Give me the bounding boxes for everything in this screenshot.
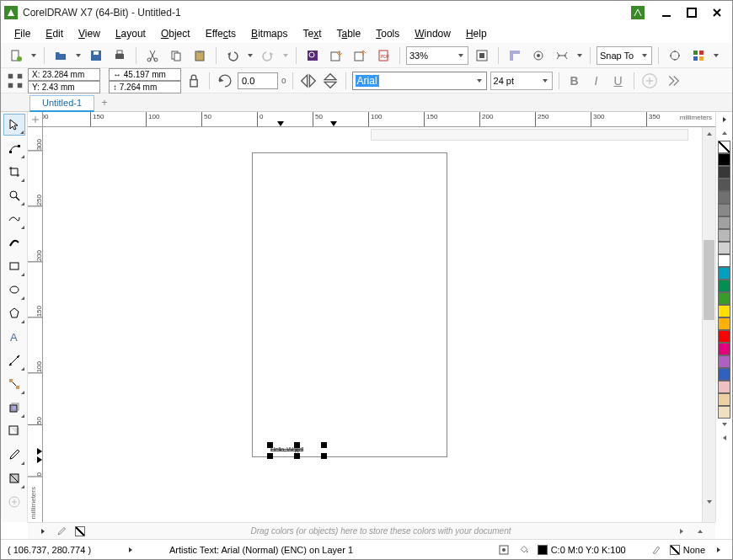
show-guidelines-button[interactable] bbox=[552, 45, 572, 66]
rectangle-tool[interactable] bbox=[3, 255, 25, 277]
color-swatch[interactable] bbox=[718, 191, 730, 204]
publish-pdf-button[interactable]: PDF bbox=[373, 45, 393, 66]
redo-dropdown[interactable] bbox=[281, 52, 290, 59]
color-swatch[interactable] bbox=[718, 179, 730, 191]
pick-tool[interactable] bbox=[3, 114, 25, 136]
palette-expand-button[interactable] bbox=[719, 432, 730, 444]
scroll-thumb[interactable] bbox=[704, 240, 714, 320]
palette-scroll-down[interactable] bbox=[719, 419, 730, 430]
fullscreen-preview-button[interactable] bbox=[472, 45, 492, 66]
quick-customize-button[interactable] bbox=[3, 491, 25, 513]
zoom-combo[interactable]: 33% bbox=[406, 46, 468, 65]
import-button[interactable] bbox=[326, 45, 346, 66]
italic-button[interactable]: I bbox=[587, 72, 606, 90]
color-swatch[interactable] bbox=[718, 355, 730, 368]
new-button[interactable] bbox=[6, 45, 26, 66]
vertical-scrollbar[interactable] bbox=[702, 127, 715, 522]
selection-handle[interactable] bbox=[321, 442, 327, 448]
lock-ratio-button[interactable] bbox=[185, 72, 203, 90]
guidelines-dropdown[interactable] bbox=[575, 52, 584, 59]
transparency-tool[interactable] bbox=[3, 420, 25, 442]
connector-tool[interactable] bbox=[3, 373, 25, 395]
menu-window[interactable]: Window bbox=[408, 26, 457, 41]
color-swatch[interactable] bbox=[718, 368, 730, 381]
ellipse-tool[interactable] bbox=[3, 279, 25, 301]
snap-combo[interactable]: Snap To bbox=[597, 46, 652, 65]
outline-icon[interactable] bbox=[650, 543, 663, 557]
menu-layout[interactable]: Layout bbox=[109, 26, 152, 41]
dimension-tool[interactable] bbox=[3, 349, 25, 371]
height-field[interactable]: ↕ 7.264 mm bbox=[109, 81, 181, 93]
color-swatch[interactable] bbox=[718, 343, 730, 355]
add-tab-button[interactable]: + bbox=[98, 96, 111, 109]
color-swatch[interactable] bbox=[718, 216, 730, 229]
menu-tools[interactable]: Tools bbox=[369, 26, 406, 41]
close-button[interactable] bbox=[705, 4, 729, 21]
menu-text[interactable]: Text bbox=[296, 26, 328, 41]
crop-tool[interactable] bbox=[3, 161, 25, 183]
print-button[interactable] bbox=[110, 45, 130, 66]
save-button[interactable] bbox=[86, 45, 106, 66]
color-swatch[interactable] bbox=[718, 280, 730, 292]
color-swatch[interactable] bbox=[718, 292, 730, 305]
freehand-tool[interactable] bbox=[3, 208, 25, 230]
mirror-vertical-button[interactable] bbox=[321, 72, 340, 90]
menu-edit[interactable]: Edit bbox=[39, 26, 70, 41]
no-color-swatch[interactable] bbox=[73, 525, 87, 538]
open-dropdown[interactable] bbox=[74, 52, 83, 59]
cut-button[interactable] bbox=[142, 45, 163, 66]
copy-button[interactable] bbox=[166, 45, 186, 66]
width-field[interactable]: ↔ 45.197 mm bbox=[109, 68, 181, 81]
outline-swatch[interactable] bbox=[670, 545, 680, 555]
eyedropper-tool[interactable] bbox=[3, 444, 25, 466]
ruler-origin[interactable] bbox=[28, 112, 43, 127]
maximize-button[interactable] bbox=[680, 4, 704, 21]
palette-scroll-up[interactable] bbox=[719, 127, 730, 139]
overflow-button[interactable] bbox=[662, 72, 681, 90]
color-swatch[interactable] bbox=[718, 153, 730, 166]
menu-file[interactable]: File bbox=[8, 26, 37, 41]
undo-button[interactable] bbox=[222, 45, 243, 66]
new-dropdown[interactable] bbox=[29, 52, 38, 59]
menu-table[interactable]: Table bbox=[330, 26, 368, 41]
palette-menu-button[interactable] bbox=[719, 114, 730, 125]
shape-tool[interactable] bbox=[3, 137, 25, 159]
launcher-dropdown[interactable] bbox=[712, 52, 720, 59]
menu-effects[interactable]: Effects bbox=[199, 26, 243, 41]
mirror-horizontal-button[interactable] bbox=[299, 72, 318, 90]
horizontal-ruler[interactable]: millimeters 2001501005005010015020025030… bbox=[43, 112, 715, 127]
color-swatch[interactable] bbox=[718, 305, 730, 317]
color-swatch[interactable] bbox=[718, 204, 730, 216]
color-swatch[interactable] bbox=[718, 267, 730, 280]
menu-object[interactable]: Object bbox=[154, 26, 197, 41]
color-swatch[interactable] bbox=[718, 330, 730, 343]
status-menu-button[interactable] bbox=[712, 543, 725, 557]
font-size-combo[interactable]: 24 pt bbox=[490, 72, 553, 90]
effects-tool[interactable] bbox=[3, 397, 25, 419]
polygon-tool[interactable] bbox=[3, 302, 25, 324]
redo-button[interactable] bbox=[258, 45, 278, 66]
object-details-icon[interactable] bbox=[497, 543, 511, 557]
bold-button[interactable]: B bbox=[565, 72, 584, 90]
fill-icon[interactable] bbox=[517, 543, 531, 557]
selection-handle[interactable] bbox=[267, 442, 273, 448]
app-launcher-button[interactable] bbox=[688, 45, 709, 66]
no-fill-swatch[interactable] bbox=[718, 141, 730, 153]
color-swatch[interactable] bbox=[718, 406, 730, 419]
show-grid-button[interactable] bbox=[528, 45, 548, 66]
selection-handle[interactable] bbox=[321, 453, 327, 459]
selection-handle[interactable] bbox=[267, 453, 273, 459]
rotation-field[interactable]: 0.0 bbox=[238, 72, 278, 89]
zoom-tool[interactable] bbox=[3, 184, 25, 206]
text-tool[interactable]: A bbox=[3, 326, 25, 348]
paste-button[interactable] bbox=[190, 45, 210, 66]
color-swatch[interactable] bbox=[718, 254, 730, 267]
color-swatch[interactable] bbox=[718, 229, 730, 242]
horizontal-scrollbar[interactable] bbox=[371, 129, 688, 141]
eyedropper-icon[interactable] bbox=[55, 525, 68, 538]
status-expand-button[interactable] bbox=[124, 543, 137, 557]
document-tab[interactable]: Untitled-1 bbox=[29, 95, 94, 112]
x-field[interactable]: X: 23.284 mm bbox=[28, 68, 100, 81]
undo-dropdown[interactable] bbox=[246, 52, 254, 59]
underline-button[interactable]: U bbox=[609, 72, 628, 90]
